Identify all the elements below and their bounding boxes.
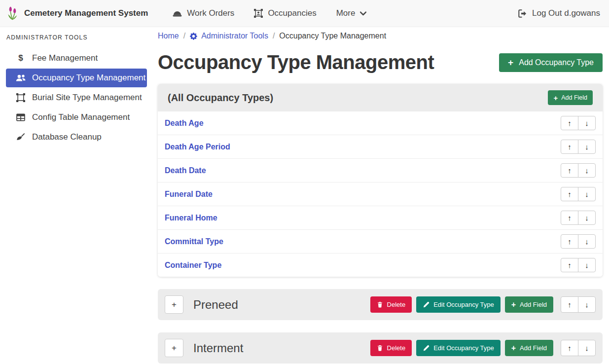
delete-button[interactable]: Delete [370, 340, 412, 356]
page-title-row: Occupancy Type Management + Add Occupanc… [158, 51, 603, 73]
trash-icon [377, 301, 383, 308]
vector-square-icon [15, 93, 27, 102]
sidebar-item-burial-site-type-management[interactable]: Burial Site Type Management [6, 88, 147, 107]
move-down-button[interactable]: ↓ [578, 340, 596, 356]
section-preneed: + Preneed Delete Edit Occupancy Type + A… [158, 289, 603, 320]
add-field-button[interactable]: + Add Field [548, 90, 593, 105]
move-up-button[interactable]: ↑ [561, 211, 578, 225]
move-down-button[interactable]: ↓ [578, 258, 596, 272]
move-down-button[interactable]: ↓ [578, 116, 596, 130]
reorder-controls: ↑ ↓ [561, 258, 596, 272]
move-down-button[interactable]: ↓ [578, 296, 596, 313]
field-link[interactable]: Death Date [165, 166, 206, 175]
breadcrumb: Home / Administrator Tools / Occupancy T… [158, 32, 603, 40]
sidebar-heading: ADMINISTRATOR TOOLS [6, 34, 153, 41]
sidebar-item-label: Config Table Management [32, 112, 130, 122]
down-arrow-icon: ↓ [585, 237, 589, 246]
breadcrumb-admin-tools-link[interactable]: Administrator Tools [190, 32, 268, 40]
all-occupancy-types-header: (All Occupancy Types) + Add Field [158, 84, 603, 111]
plus-icon: + [511, 302, 516, 308]
table-icon [15, 113, 27, 121]
add-field-button[interactable]: + Add Field [505, 296, 553, 313]
tulip-logo-icon [7, 6, 18, 20]
move-up-button[interactable]: ↑ [561, 140, 578, 154]
reorder-controls: ↑ ↓ [561, 163, 596, 178]
sidebar: ADMINISTRATOR TOOLS $ Fee Management Occ… [0, 27, 153, 364]
down-arrow-icon: ↓ [585, 300, 589, 309]
pencil-icon [423, 345, 430, 352]
field-row: Death Age ↑ ↓ [158, 111, 603, 135]
plus-icon: + [508, 59, 513, 66]
top-navbar: Cemetery Management System Work Orders O… [0, 0, 609, 27]
field-link[interactable]: Committal Type [165, 237, 223, 246]
up-arrow-icon: ↑ [568, 166, 572, 175]
breadcrumb-separator: / [183, 32, 185, 40]
add-occupancy-type-button[interactable]: + Add Occupancy Type [499, 53, 603, 72]
move-up-button[interactable]: ↑ [561, 340, 578, 356]
main-content: Home / Administrator Tools / Occupancy T… [153, 27, 609, 364]
move-up-button[interactable]: ↑ [561, 296, 578, 313]
field-link[interactable]: Funeral Date [165, 190, 213, 199]
up-arrow-icon: ↑ [568, 143, 572, 151]
move-up-button[interactable]: ↑ [561, 258, 578, 272]
app-brand[interactable]: Cemetery Management System [7, 6, 148, 20]
reorder-controls: ↑ ↓ [561, 211, 596, 225]
dollar-icon: $ [15, 53, 27, 63]
nav-item-label: More [336, 8, 356, 18]
delete-button[interactable]: Delete [370, 296, 412, 313]
expand-button[interactable]: + [165, 339, 183, 357]
reorder-controls: ↑ ↓ [561, 116, 596, 130]
down-arrow-icon: ↓ [585, 190, 589, 198]
field-row: Funeral Home ↑ ↓ [158, 206, 603, 229]
plus-icon: + [511, 345, 516, 351]
field-link[interactable]: Funeral Home [165, 214, 217, 222]
field-link[interactable]: Death Age [165, 119, 204, 128]
hard-hat-icon [173, 9, 182, 17]
move-down-button[interactable]: ↓ [578, 187, 596, 201]
add-field-button[interactable]: + Add Field [505, 340, 553, 356]
move-down-button[interactable]: ↓ [578, 234, 596, 249]
occupancy-frame-user-icon [254, 9, 263, 18]
sidebar-item-occupancy-type-management[interactable]: Occupancy Type Management [6, 69, 147, 87]
down-arrow-icon: ↓ [585, 166, 589, 175]
nav-item-more[interactable]: More [326, 8, 377, 18]
logout-button[interactable]: Log Out d.gowans [518, 8, 602, 18]
move-up-button[interactable]: ↑ [561, 234, 578, 249]
field-link[interactable]: Container Type [165, 261, 221, 270]
field-row: Death Date ↑ ↓ [158, 158, 603, 182]
up-arrow-icon: ↑ [568, 119, 572, 127]
move-up-button[interactable]: ↑ [561, 116, 578, 130]
section-interment: + Interment Delete Edit Occupancy Type +… [158, 332, 603, 364]
sidebar-item-label: Burial Site Type Management [32, 93, 142, 103]
move-down-button[interactable]: ↓ [578, 163, 596, 178]
down-arrow-icon: ↓ [585, 119, 589, 127]
reorder-controls: ↑ ↓ [561, 140, 596, 154]
expand-button[interactable]: + [165, 295, 183, 314]
users-icon [15, 74, 27, 82]
nav-item-occupancies[interactable]: Occupancies [244, 8, 326, 18]
sidebar-item-config-table-management[interactable]: Config Table Management [6, 108, 147, 127]
logout-label: Log Out d.gowans [532, 8, 600, 18]
reorder-controls: ↑ ↓ [561, 234, 596, 249]
field-link[interactable]: Death Age Period [165, 143, 230, 151]
trash-icon [377, 345, 383, 351]
field-row: Death Age Period ↑ ↓ [158, 135, 603, 158]
edit-occupancy-type-button[interactable]: Edit Occupancy Type [416, 340, 501, 356]
edit-occupancy-type-button[interactable]: Edit Occupancy Type [416, 296, 501, 313]
move-up-button[interactable]: ↑ [561, 187, 578, 201]
down-arrow-icon: ↓ [585, 143, 589, 151]
sidebar-item-fee-management[interactable]: $ Fee Management [6, 49, 147, 68]
breadcrumb-separator: / [273, 32, 275, 40]
nav-item-work-orders[interactable]: Work Orders [163, 8, 244, 18]
broom-icon [15, 133, 27, 142]
up-arrow-icon: ↑ [568, 214, 572, 222]
up-arrow-icon: ↑ [568, 237, 572, 246]
sidebar-item-label: Fee Management [32, 53, 98, 63]
sidebar-item-database-cleanup[interactable]: Database Cleanup [6, 128, 147, 146]
breadcrumb-home-link[interactable]: Home [158, 32, 179, 40]
move-up-button[interactable]: ↑ [561, 163, 578, 178]
move-down-button[interactable]: ↓ [578, 140, 596, 154]
up-arrow-icon: ↑ [568, 344, 572, 352]
move-down-button[interactable]: ↓ [578, 211, 596, 225]
card-title: (All Occupancy Types) [168, 92, 273, 104]
